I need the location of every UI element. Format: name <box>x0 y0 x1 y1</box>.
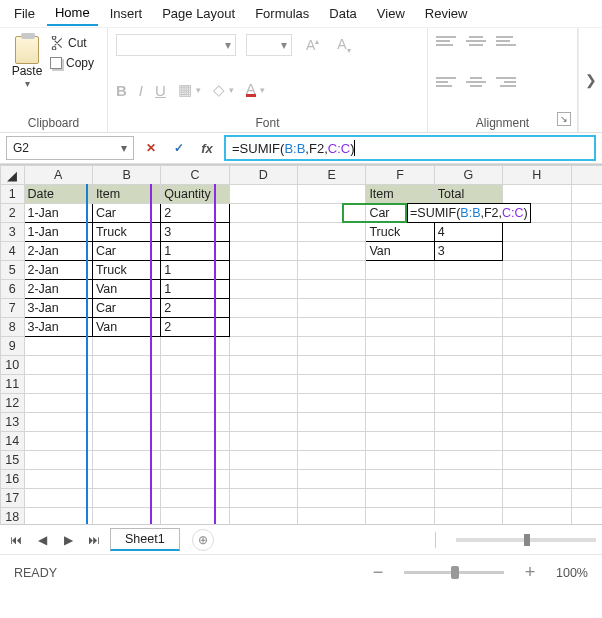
cell[interactable] <box>366 432 434 451</box>
cell[interactable] <box>229 432 297 451</box>
cell[interactable]: 1-Jan <box>24 204 92 223</box>
row-header[interactable]: 7 <box>1 299 25 318</box>
cell[interactable] <box>92 489 160 508</box>
cell[interactable] <box>298 375 366 394</box>
row-header[interactable]: 8 <box>1 318 25 337</box>
select-all-corner[interactable]: ◢ <box>1 166 25 185</box>
menu-home[interactable]: Home <box>47 1 98 26</box>
cancel-button[interactable]: ✕ <box>140 137 162 159</box>
cell[interactable] <box>434 337 502 356</box>
cell[interactable] <box>503 280 571 299</box>
cell[interactable]: Total <box>434 185 502 204</box>
cell[interactable] <box>161 489 229 508</box>
menu-view[interactable]: View <box>369 2 413 25</box>
ribbon-expand-button[interactable]: ❯ <box>578 28 602 132</box>
zoom-thumb[interactable] <box>451 566 459 579</box>
cell[interactable] <box>571 451 602 470</box>
cell[interactable]: Truck <box>92 261 160 280</box>
cell[interactable] <box>571 242 602 261</box>
cell[interactable] <box>366 299 434 318</box>
cell[interactable] <box>503 451 571 470</box>
cell[interactable]: Van <box>366 242 434 261</box>
font-size-dropdown[interactable]: ▾ <box>246 34 292 56</box>
spreadsheet-grid[interactable]: ◢ A B C D E F G H I 1 Date Item Quantity… <box>0 164 602 524</box>
cell[interactable]: 1 <box>161 261 229 280</box>
underline-button[interactable]: U <box>155 82 166 99</box>
cell[interactable] <box>229 470 297 489</box>
cell[interactable] <box>92 375 160 394</box>
cell[interactable] <box>298 337 366 356</box>
cell[interactable]: 3-Jan <box>24 318 92 337</box>
zoom-out-button[interactable]: − <box>370 562 386 583</box>
row-header[interactable]: 17 <box>1 489 25 508</box>
cell[interactable]: Date <box>24 185 92 204</box>
cell[interactable] <box>298 394 366 413</box>
menu-file[interactable]: File <box>6 2 43 25</box>
cell[interactable] <box>434 489 502 508</box>
cell[interactable] <box>571 280 602 299</box>
align-right-button[interactable] <box>496 77 516 93</box>
col-header-A[interactable]: A <box>24 166 92 185</box>
paste-button[interactable]: Paste ▾ <box>8 32 46 89</box>
cut-button[interactable]: Cut <box>50 36 94 50</box>
name-box[interactable]: G2 ▾ <box>6 136 134 160</box>
cell[interactable] <box>24 356 92 375</box>
cell[interactable] <box>229 356 297 375</box>
cell[interactable]: Truck <box>366 223 434 242</box>
cell[interactable] <box>298 470 366 489</box>
font-color-button[interactable]: A <box>246 84 256 97</box>
increase-font-button[interactable]: A▴ <box>302 37 323 53</box>
cell[interactable]: Car <box>92 204 160 223</box>
cell[interactable] <box>366 356 434 375</box>
cell[interactable] <box>24 489 92 508</box>
cell-edit-overlay[interactable]: =SUMIF(B:B,F2,C:C) <box>407 203 531 223</box>
cell[interactable] <box>571 489 602 508</box>
cell[interactable] <box>434 508 502 525</box>
col-header-D[interactable]: D <box>229 166 297 185</box>
cell[interactable] <box>571 299 602 318</box>
cell[interactable] <box>571 337 602 356</box>
cell[interactable]: Item <box>366 185 434 204</box>
cell[interactable]: Car <box>92 299 160 318</box>
bold-button[interactable]: B <box>116 82 127 99</box>
cell[interactable] <box>298 432 366 451</box>
cell[interactable] <box>298 261 366 280</box>
fx-button[interactable]: fx <box>196 137 218 159</box>
horizontal-scroll-track[interactable] <box>456 538 596 542</box>
menu-insert[interactable]: Insert <box>102 2 151 25</box>
cell[interactable] <box>503 242 571 261</box>
cell[interactable] <box>229 413 297 432</box>
cell[interactable] <box>434 280 502 299</box>
borders-button[interactable]: ▦ <box>178 81 192 99</box>
row-header[interactable]: 5 <box>1 261 25 280</box>
fill-color-button[interactable]: ◇ <box>213 81 225 99</box>
cell[interactable]: Truck <box>92 223 160 242</box>
cell[interactable]: 2-Jan <box>24 261 92 280</box>
cell[interactable] <box>366 489 434 508</box>
cell[interactable] <box>434 413 502 432</box>
formula-input[interactable]: =SUMIF(B:B,F2,C:C) <box>224 135 596 161</box>
cell[interactable] <box>24 375 92 394</box>
confirm-button[interactable]: ✓ <box>168 137 190 159</box>
cell[interactable] <box>434 451 502 470</box>
chevron-down-icon[interactable]: ▾ <box>25 78 30 89</box>
cell[interactable] <box>571 470 602 489</box>
sheet-nav-next[interactable]: ▶ <box>58 533 78 547</box>
cell[interactable]: 1-Jan <box>24 223 92 242</box>
cell[interactable] <box>571 204 602 223</box>
cell[interactable] <box>161 432 229 451</box>
cell[interactable]: Quantity <box>161 185 229 204</box>
cell[interactable] <box>366 470 434 489</box>
row-header[interactable]: 13 <box>1 413 25 432</box>
cell[interactable] <box>298 204 366 223</box>
cell[interactable] <box>229 508 297 525</box>
cell[interactable] <box>24 337 92 356</box>
cell[interactable] <box>161 394 229 413</box>
cell[interactable] <box>434 432 502 451</box>
col-header-G[interactable]: G <box>434 166 502 185</box>
cell[interactable] <box>503 185 571 204</box>
sheet-nav-first[interactable]: ⏮ <box>6 533 26 547</box>
align-center-button[interactable] <box>466 77 486 93</box>
cell[interactable] <box>229 394 297 413</box>
cell[interactable] <box>161 451 229 470</box>
